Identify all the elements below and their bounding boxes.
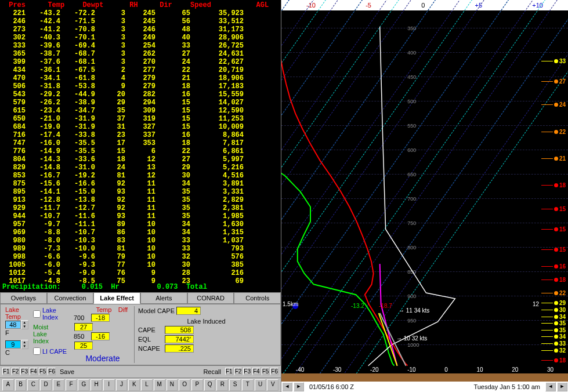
sounding-row: 615-23.4-34.7353091512,590 [2,107,278,115]
wind-barb: 29 [540,300,566,306]
letter-A[interactable]: A [2,379,14,391]
fn-f4[interactable]: F4 [252,368,261,375]
precip-line: Precipitation: 0.015 Hr 0.073 Total [0,283,281,292]
li-cape-label: LI CAPE [42,348,67,355]
letter-J[interactable]: J [116,379,128,391]
sounding-row: 246-42.4-71.532455633,512 [2,17,278,26]
tab-convection[interactable]: Convection [47,292,94,304]
ncape-label: NCAPE [138,345,165,352]
tab-bar: OverlaysConvectionLake EffectAlertsCONRA… [0,292,281,304]
fn-f5[interactable]: F5 [39,368,47,375]
letter-E[interactable]: E [53,379,64,391]
recall-label: Recall [203,368,221,375]
lake-temp-lo[interactable]: 9 [5,340,21,349]
letter-G[interactable]: G [78,379,89,391]
tab-alerts[interactable]: Alerts [140,292,187,304]
temp-label: -18.7 [379,303,392,309]
fn-f6[interactable]: F6 [48,368,56,375]
skewt-chart[interactable]: -10 -5 0 +5 +10 350400450500550600650700… [281,0,568,392]
dew-label: -13.2 [351,303,364,309]
wind-barb: 32 [540,347,566,354]
letter-O[interactable]: O [179,379,190,391]
letter-V[interactable]: V [267,379,278,391]
wind-barb: 22 [540,129,566,135]
sounding-row: 1017-4.8-8.57592369 [2,277,278,283]
wind-barb: 22 [540,290,566,296]
letter-C[interactable]: C [27,379,39,391]
tab-controls[interactable]: Controls [234,292,281,304]
lake-index-label: Lake Index [42,307,58,321]
fn-f1[interactable]: F1 [2,368,10,375]
sounding-row: 998-6.6-9.6791032576 [2,253,278,261]
sounding-row: 804-14.3-33.61812275,997 [2,155,278,164]
fn-f5[interactable]: F5 [262,368,270,375]
next-time-button-2[interactable]: ► [557,382,567,391]
letter-S[interactable]: S [229,379,241,391]
sounding-row: 747-16.0-35.517353187,817 [2,139,278,147]
fn-f6[interactable]: F6 [270,368,278,375]
ground-bar [281,373,568,382]
fn-f4[interactable]: F4 [30,368,38,375]
lake-temp-hi-spin[interactable]: ▲▼ [21,320,28,329]
eql-label: EQL [138,336,165,343]
letter-T[interactable]: T [242,379,254,391]
lake-rating: Moderate [74,354,132,363]
fn-f3[interactable]: F3 [20,368,28,375]
letter-R[interactable]: R [216,379,228,391]
sounding-row: 929-11.7-12.79211352,381 [2,204,278,212]
lake-temp-hi[interactable]: 48 [5,321,21,329]
wind-barb: 33 [540,58,566,64]
letter-K[interactable]: K [128,379,140,391]
model-cape-label: Model CAPE [138,307,175,314]
letter-B[interactable]: B [15,379,27,391]
fn-f1[interactable]: F1 [225,368,233,375]
wind-barb: 34 [540,333,566,340]
prev-time-button[interactable]: ◄ [282,382,292,391]
wind-barb: 34 [540,314,566,320]
save-label[interactable]: Save [60,368,74,375]
sounding-row: 853-16.7-19.28112304,516 [2,172,278,180]
diff-col-hdr: Diff [114,306,132,313]
prev-time-button-2[interactable]: ◄ [545,382,556,391]
wind-barb: 27 [540,78,566,85]
sounding-row: 969-8.8-10.78610341,315 [2,228,278,237]
sounding-row: 1012-5.4-9.076928216 [2,269,278,277]
diff-850: 25 [74,342,93,350]
letter-M[interactable]: M [154,379,165,391]
sounding-table: Pres Temp Dewpt RH Dir Speed AGL 221-43.… [0,0,281,283]
letter-F[interactable]: F [66,379,77,391]
tab-conrad[interactable]: CONRAD [187,292,234,304]
temp-700: -18 [91,314,110,322]
wind-barb: 15 [540,226,566,233]
sounding-row: 434-36.1-67.522772220,719 [2,66,278,74]
fn-f2[interactable]: F2 [234,368,243,375]
next-time-button[interactable]: ► [294,382,304,391]
fn-key-row: F1F2F3F4F5F6 Save Recall F1F2F3F4F5F6 [0,365,281,378]
letter-I[interactable]: I [103,379,115,391]
wind-text-2: → 10 32 kts [396,335,427,342]
fn-f2[interactable]: F2 [12,368,20,375]
wind-barb: 24 [540,101,566,108]
wind-barb: 35 [540,327,566,333]
li-cape-checkbox[interactable] [33,347,41,355]
sounding-row: 957-9.7-11.18910341,630 [2,220,278,228]
sounding-row: 221-43.2-72.232456535,923 [2,9,278,17]
letter-D[interactable]: D [40,379,52,391]
lake-temp-lo-spin[interactable]: ▲▼ [21,340,28,349]
fn-f3[interactable]: F3 [243,368,251,375]
letter-H[interactable]: H [91,379,102,391]
letter-P[interactable]: P [191,379,203,391]
letter-U[interactable]: U [255,379,266,391]
letter-L[interactable]: L [141,379,153,391]
tab-lake-effect[interactable]: Lake Effect [93,292,140,304]
lake-index-checkbox[interactable] [33,310,41,318]
letter-N[interactable]: N [167,379,178,391]
datetime-utc: 01/05/16 6:00 Z [305,383,473,390]
temp-col-hdr: Temp [95,306,113,313]
letter-Q[interactable]: Q [204,379,216,391]
tab-overlays[interactable]: Overlays [0,292,47,304]
wind-barb: 21 [540,155,566,162]
sounding-row: 875-15.6-16.69211343,891 [2,180,278,188]
sounding-row: 944-10.7-11.69311351,985 [2,212,278,220]
ncape-value: .225 [165,344,194,353]
